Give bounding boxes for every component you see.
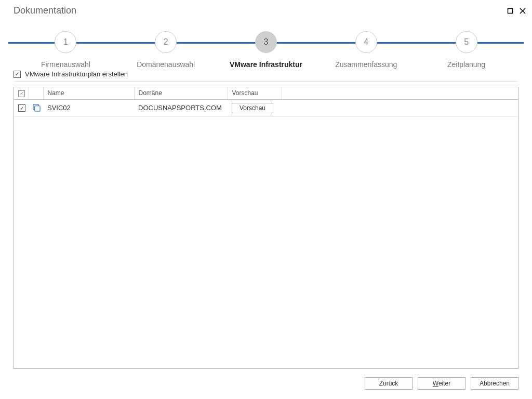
next-rest: eiter <box>438 380 450 387</box>
step-1-number: 1 <box>55 31 76 53</box>
step-5[interactable]: 5 Zeitplanung <box>422 18 511 69</box>
step-2-number: 2 <box>155 31 177 53</box>
step-1-label: Firmenauswahl <box>41 60 90 69</box>
table-header-row: Name Domäne Vorschau <box>14 87 518 99</box>
vmware-host-icon <box>33 104 39 112</box>
back-button[interactable]: Zurück <box>365 377 413 390</box>
step-5-label: Zeitplanung <box>447 60 485 69</box>
create-plan-label: VMware Infrastrukturplan erstellen <box>25 70 128 78</box>
close-icon <box>520 8 526 14</box>
check-all-icon <box>18 90 25 97</box>
preview-button[interactable]: Vorschau <box>232 103 273 113</box>
header-spacer <box>282 87 518 99</box>
next-accelerator: W <box>433 380 438 387</box>
dialog: Dokumentation 1 Firmenauswahl 2 Domänena… <box>0 0 532 399</box>
svg-rect-0 <box>508 8 513 13</box>
close-button[interactable] <box>518 7 527 15</box>
wizard-steps: 1 Firmenauswahl 2 Domänenauswahl 3 VMwar… <box>0 18 532 65</box>
create-plan-checkbox[interactable] <box>14 71 21 78</box>
row-domain: DOCUSNAPSPORTS.COM <box>134 99 228 116</box>
step-4[interactable]: 4 Zusammenfassung <box>322 18 410 69</box>
header-icon <box>29 87 43 99</box>
step-2[interactable]: 2 Domänenauswahl <box>122 18 210 69</box>
maximize-icon <box>507 8 513 14</box>
row-checkbox[interactable] <box>18 104 25 112</box>
step-2-label: Domänenauswahl <box>137 60 195 69</box>
divider <box>14 81 518 82</box>
header-domain[interactable]: Domäne <box>134 87 228 99</box>
step-3-number: 3 <box>255 31 277 53</box>
next-button[interactable]: Weiter <box>418 377 466 390</box>
step-1[interactable]: 1 Firmenauswahl <box>21 18 110 69</box>
hosts-table: Name Domäne Vorschau <box>14 87 518 117</box>
header-name[interactable]: Name <box>43 87 134 99</box>
step-4-label: Zusammenfassung <box>335 60 397 69</box>
table-row[interactable]: SVIC02 DOCUSNAPSPORTS.COM Vorschau <box>14 99 518 116</box>
step-5-number: 5 <box>456 31 477 53</box>
step-3-label: VMware Infrastruktur <box>230 60 302 69</box>
hosts-panel: Name Domäne Vorschau <box>14 87 518 369</box>
window-title: Dokumentation <box>14 5 76 16</box>
title-bar: Dokumentation <box>0 0 532 18</box>
step-3[interactable]: 3 VMware Infrastruktur <box>222 18 310 69</box>
maximize-button[interactable] <box>506 7 514 15</box>
step-4-number: 4 <box>355 31 377 53</box>
cancel-button[interactable]: Abbrechen <box>471 377 518 390</box>
svg-rect-4 <box>35 106 40 111</box>
row-name: SVIC02 <box>43 99 134 116</box>
dialog-footer: Zurück Weiter Abbrechen <box>0 369 532 399</box>
header-preview[interactable]: Vorschau <box>228 87 282 99</box>
header-check-all[interactable] <box>14 87 29 99</box>
